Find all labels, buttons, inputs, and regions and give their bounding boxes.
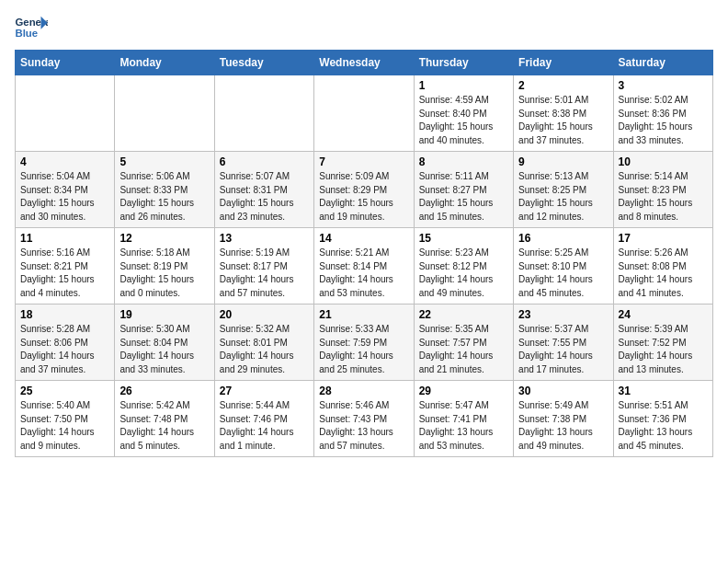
calendar-cell: 31Sunrise: 5:51 AM Sunset: 7:36 PM Dayli… (613, 381, 712, 457)
day-info: Sunrise: 5:01 AM Sunset: 8:38 PM Dayligh… (518, 94, 608, 147)
calendar-cell (314, 75, 414, 152)
calendar-cell (115, 75, 214, 152)
day-info: Sunrise: 5:44 AM Sunset: 7:46 PM Dayligh… (220, 399, 309, 453)
calendar-cell: 1Sunrise: 4:59 AM Sunset: 8:40 PM Daylig… (414, 75, 513, 152)
day-info: Sunrise: 5:18 AM Sunset: 8:19 PM Dayligh… (119, 247, 209, 300)
calendar-header-row: SundayMondayTuesdayWednesdayThursdayFrid… (16, 51, 713, 75)
calendar-cell (16, 75, 115, 152)
calendar-cell: 6Sunrise: 5:07 AM Sunset: 8:31 PM Daylig… (214, 152, 313, 228)
day-info: Sunrise: 5:39 AM Sunset: 7:52 PM Dayligh… (619, 323, 708, 376)
calendar-cell: 26Sunrise: 5:42 AM Sunset: 7:48 PM Dayli… (115, 381, 214, 457)
column-header-friday: Friday (514, 51, 613, 75)
calendar-cell: 3Sunrise: 5:02 AM Sunset: 8:36 PM Daylig… (613, 75, 712, 152)
calendar-cell: 30Sunrise: 5:49 AM Sunset: 7:38 PM Dayli… (514, 381, 613, 457)
calendar-cell: 23Sunrise: 5:37 AM Sunset: 7:55 PM Dayli… (514, 304, 613, 381)
calendar-cell: 12Sunrise: 5:18 AM Sunset: 8:19 PM Dayli… (115, 228, 214, 304)
day-number: 25 (20, 385, 109, 397)
page-header: General Blue (15, 15, 713, 40)
day-number: 30 (518, 385, 608, 397)
calendar-cell: 17Sunrise: 5:26 AM Sunset: 8:08 PM Dayli… (613, 228, 712, 304)
calendar-cell: 19Sunrise: 5:30 AM Sunset: 8:04 PM Dayli… (115, 304, 214, 381)
calendar-table: SundayMondayTuesdayWednesdayThursdayFrid… (15, 50, 713, 457)
calendar-cell: 11Sunrise: 5:16 AM Sunset: 8:21 PM Dayli… (16, 228, 115, 304)
calendar-cell: 16Sunrise: 5:25 AM Sunset: 8:10 PM Dayli… (514, 228, 613, 304)
calendar-cell: 15Sunrise: 5:23 AM Sunset: 8:12 PM Dayli… (414, 228, 513, 304)
day-info: Sunrise: 5:07 AM Sunset: 8:31 PM Dayligh… (220, 170, 309, 224)
day-info: Sunrise: 5:02 AM Sunset: 8:36 PM Dayligh… (619, 94, 708, 147)
day-number: 26 (119, 385, 209, 397)
day-info: Sunrise: 5:33 AM Sunset: 7:59 PM Dayligh… (319, 323, 408, 376)
day-number: 19 (119, 308, 209, 321)
day-number: 29 (419, 385, 508, 397)
day-number: 21 (319, 308, 408, 321)
calendar-cell: 18Sunrise: 5:28 AM Sunset: 8:06 PM Dayli… (16, 304, 115, 381)
day-info: Sunrise: 5:32 AM Sunset: 8:01 PM Dayligh… (220, 323, 309, 376)
day-info: Sunrise: 5:49 AM Sunset: 7:38 PM Dayligh… (518, 399, 608, 453)
day-number: 11 (20, 232, 109, 245)
calendar-cell: 21Sunrise: 5:33 AM Sunset: 7:59 PM Dayli… (314, 304, 414, 381)
day-number: 12 (119, 232, 209, 245)
day-number: 23 (518, 308, 608, 321)
day-info: Sunrise: 5:16 AM Sunset: 8:21 PM Dayligh… (20, 247, 109, 300)
calendar-cell: 25Sunrise: 5:40 AM Sunset: 7:50 PM Dayli… (16, 381, 115, 457)
day-number: 6 (220, 155, 309, 168)
day-number: 28 (319, 385, 408, 397)
calendar-cell: 5Sunrise: 5:06 AM Sunset: 8:33 PM Daylig… (115, 152, 214, 228)
column-header-sunday: Sunday (16, 51, 115, 75)
calendar-cell: 9Sunrise: 5:13 AM Sunset: 8:25 PM Daylig… (514, 152, 613, 228)
day-info: Sunrise: 5:11 AM Sunset: 8:27 PM Dayligh… (419, 170, 508, 224)
calendar-cell: 29Sunrise: 5:47 AM Sunset: 7:41 PM Dayli… (414, 381, 513, 457)
day-number: 4 (20, 155, 109, 168)
day-info: Sunrise: 5:40 AM Sunset: 7:50 PM Dayligh… (20, 399, 109, 453)
calendar-cell: 4Sunrise: 5:04 AM Sunset: 8:34 PM Daylig… (16, 152, 115, 228)
day-number: 24 (619, 308, 708, 321)
column-header-monday: Monday (115, 51, 214, 75)
day-number: 22 (419, 308, 508, 321)
day-number: 7 (319, 155, 408, 168)
day-info: Sunrise: 5:26 AM Sunset: 8:08 PM Dayligh… (619, 247, 708, 300)
calendar-cell: 14Sunrise: 5:21 AM Sunset: 8:14 PM Dayli… (314, 228, 414, 304)
day-number: 16 (518, 232, 608, 245)
calendar-cell: 22Sunrise: 5:35 AM Sunset: 7:57 PM Dayli… (414, 304, 513, 381)
day-number: 2 (518, 79, 608, 92)
day-number: 5 (119, 155, 209, 168)
day-info: Sunrise: 5:25 AM Sunset: 8:10 PM Dayligh… (518, 247, 608, 300)
day-info: Sunrise: 5:47 AM Sunset: 7:41 PM Dayligh… (419, 399, 508, 453)
logo: General Blue (15, 15, 48, 40)
calendar-week-5: 25Sunrise: 5:40 AM Sunset: 7:50 PM Dayli… (16, 381, 713, 457)
day-info: Sunrise: 5:21 AM Sunset: 8:14 PM Dayligh… (319, 247, 408, 300)
calendar-cell: 28Sunrise: 5:46 AM Sunset: 7:43 PM Dayli… (314, 381, 414, 457)
logo-icon: General Blue (15, 15, 48, 40)
day-number: 3 (619, 79, 708, 92)
calendar-cell: 10Sunrise: 5:14 AM Sunset: 8:23 PM Dayli… (613, 152, 712, 228)
calendar-week-4: 18Sunrise: 5:28 AM Sunset: 8:06 PM Dayli… (16, 304, 713, 381)
day-number: 27 (220, 385, 309, 397)
calendar-week-1: 1Sunrise: 4:59 AM Sunset: 8:40 PM Daylig… (16, 75, 713, 152)
day-info: Sunrise: 5:37 AM Sunset: 7:55 PM Dayligh… (518, 323, 608, 376)
calendar-cell: 13Sunrise: 5:19 AM Sunset: 8:17 PM Dayli… (214, 228, 313, 304)
column-header-wednesday: Wednesday (314, 51, 414, 75)
day-number: 14 (319, 232, 408, 245)
day-number: 9 (518, 155, 608, 168)
day-number: 8 (419, 155, 508, 168)
day-info: Sunrise: 5:09 AM Sunset: 8:29 PM Dayligh… (319, 170, 408, 224)
day-info: Sunrise: 5:19 AM Sunset: 8:17 PM Dayligh… (220, 247, 309, 300)
calendar-cell: 7Sunrise: 5:09 AM Sunset: 8:29 PM Daylig… (314, 152, 414, 228)
day-info: Sunrise: 5:23 AM Sunset: 8:12 PM Dayligh… (419, 247, 508, 300)
day-info: Sunrise: 5:30 AM Sunset: 8:04 PM Dayligh… (119, 323, 209, 376)
column-header-thursday: Thursday (414, 51, 513, 75)
day-info: Sunrise: 5:35 AM Sunset: 7:57 PM Dayligh… (419, 323, 508, 376)
calendar-cell: 8Sunrise: 5:11 AM Sunset: 8:27 PM Daylig… (414, 152, 513, 228)
day-info: Sunrise: 5:42 AM Sunset: 7:48 PM Dayligh… (119, 399, 209, 453)
day-number: 18 (20, 308, 109, 321)
calendar-week-2: 4Sunrise: 5:04 AM Sunset: 8:34 PM Daylig… (16, 152, 713, 228)
svg-text:Blue: Blue (16, 28, 39, 39)
calendar-cell: 2Sunrise: 5:01 AM Sunset: 8:38 PM Daylig… (514, 75, 613, 152)
column-header-saturday: Saturday (613, 51, 712, 75)
day-info: Sunrise: 5:46 AM Sunset: 7:43 PM Dayligh… (319, 399, 408, 453)
day-number: 10 (619, 155, 708, 168)
day-number: 17 (619, 232, 708, 245)
day-info: Sunrise: 4:59 AM Sunset: 8:40 PM Dayligh… (419, 94, 508, 147)
calendar-week-3: 11Sunrise: 5:16 AM Sunset: 8:21 PM Dayli… (16, 228, 713, 304)
day-number: 13 (220, 232, 309, 245)
